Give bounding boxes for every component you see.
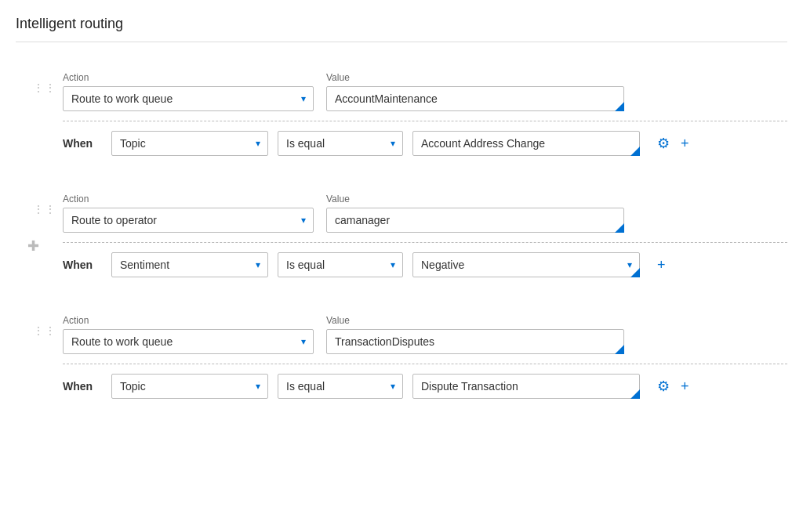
routing-container: ⋮⋮ActionRoute to work queueRoute to oper… (16, 55, 787, 435)
value-label: Value (326, 72, 624, 83)
gear-button[interactable]: ⚙ (654, 376, 673, 396)
condition-field-select-3[interactable]: TopicSentiment (111, 374, 268, 399)
action-select-1[interactable]: Route to work queueRoute to operator (63, 86, 314, 111)
action-select-2[interactable]: Route to work queueRoute to operator (63, 208, 314, 233)
page-title: Intelligent routing (16, 16, 787, 42)
value-input-wrapper-2 (326, 208, 624, 233)
rule-block-2: ⋮⋮✚ActionRoute to work queueRoute to ope… (16, 184, 787, 306)
condition-value-wrapper-3 (412, 374, 640, 399)
condition-value-input-3[interactable] (412, 374, 640, 399)
condition-field-select-1[interactable]: TopicSentiment (111, 131, 268, 156)
block-separator (16, 287, 787, 306)
value-input-wrapper-3 (326, 329, 624, 354)
action-label: Action (63, 315, 314, 326)
operator-wrapper-1: Is equalIs not equal▾ (278, 131, 403, 156)
row-actions-1: ⚙+ (654, 133, 692, 154)
when-label: When (63, 380, 102, 393)
block-separator (16, 165, 787, 184)
action-label: Action (63, 72, 314, 83)
value-input-3[interactable] (326, 329, 624, 354)
action-field-group-2: ActionRoute to work queueRoute to operat… (63, 194, 314, 233)
condition-value-corner-decoration (630, 389, 640, 399)
value-label: Value (326, 194, 624, 204)
when-row-3: WhenTopicSentiment▾Is equalIs not equal▾… (16, 364, 787, 408)
condition-value-corner-decoration (630, 147, 640, 156)
rule-block-1: ⋮⋮ActionRoute to work queueRoute to oper… (16, 63, 787, 184)
condition-field-wrapper-1: TopicSentiment▾ (111, 131, 268, 156)
operator-wrapper-3: Is equalIs not equal▾ (278, 374, 403, 399)
operator-select-3[interactable]: Is equalIs not equal (278, 374, 403, 399)
gear-button[interactable]: ⚙ (654, 133, 673, 154)
drag-handle-icon[interactable]: ⋮⋮ (33, 81, 56, 94)
add-condition-button[interactable]: + (654, 255, 669, 275)
condition-value-wrapper-1 (412, 131, 640, 156)
action-select-wrapper-2: Route to work queueRoute to operator▾ (63, 208, 314, 233)
value-input-2[interactable] (326, 208, 624, 233)
when-label: When (63, 137, 102, 150)
value-corner-decoration (615, 345, 624, 354)
condition-field-select-2[interactable]: TopicSentiment (111, 252, 268, 277)
value-field-group-3: Value (326, 315, 624, 354)
action-select-3[interactable]: Route to work queueRoute to operator (63, 329, 314, 354)
drag-handle-icon[interactable]: ⋮⋮ (33, 203, 56, 215)
condition-field-wrapper-2: TopicSentiment▾ (111, 252, 268, 277)
condition-value-select-2[interactable]: NegativePositiveNeutral (412, 252, 640, 277)
add-condition-button[interactable]: + (678, 134, 692, 154)
operator-select-2[interactable]: Is equalIs not equal (278, 252, 403, 277)
operator-select-1[interactable]: Is equalIs not equal (278, 131, 403, 156)
add-condition-button[interactable]: + (678, 377, 692, 396)
action-field-group-3: ActionRoute to work queueRoute to operat… (63, 315, 314, 354)
action-field-group-1: ActionRoute to work queueRoute to operat… (63, 72, 314, 111)
action-select-wrapper-3: Route to work queueRoute to operator▾ (63, 329, 314, 354)
row-actions-3: ⚙+ (654, 376, 692, 396)
value-corner-decoration (615, 102, 624, 111)
condition-value-input-1[interactable] (412, 131, 640, 156)
value-input-1[interactable] (326, 86, 624, 111)
operator-wrapper-2: Is equalIs not equal▾ (278, 252, 403, 277)
action-select-wrapper-1: Route to work queueRoute to operator▾ (63, 86, 314, 111)
action-row-2: ActionRoute to work queueRoute to operat… (16, 184, 787, 242)
row-actions-2: + (654, 255, 669, 275)
rule-block-3: ⋮⋮ActionRoute to work queueRoute to oper… (16, 306, 787, 427)
when-row-1: WhenTopicSentiment▾Is equalIs not equal▾… (16, 121, 787, 165)
value-label: Value (326, 315, 624, 326)
value-field-group-2: Value (326, 194, 624, 233)
action-row-1: ActionRoute to work queueRoute to operat… (16, 63, 787, 121)
block-separator (16, 408, 787, 427)
condition-field-wrapper-3: TopicSentiment▾ (111, 374, 268, 399)
move-icon[interactable]: ✚ (27, 237, 39, 255)
value-corner-decoration (615, 223, 624, 233)
when-label: When (63, 259, 102, 271)
when-row-2: WhenTopicSentiment▾Is equalIs not equal▾… (16, 243, 787, 287)
value-field-group-1: Value (326, 72, 624, 111)
condition-value-select-wrapper-2: NegativePositiveNeutral▾ (412, 252, 640, 277)
action-label: Action (63, 194, 314, 204)
drag-handle-icon[interactable]: ⋮⋮ (33, 324, 56, 337)
action-row-3: ActionRoute to work queueRoute to operat… (16, 306, 787, 364)
value-input-wrapper-1 (326, 86, 624, 111)
